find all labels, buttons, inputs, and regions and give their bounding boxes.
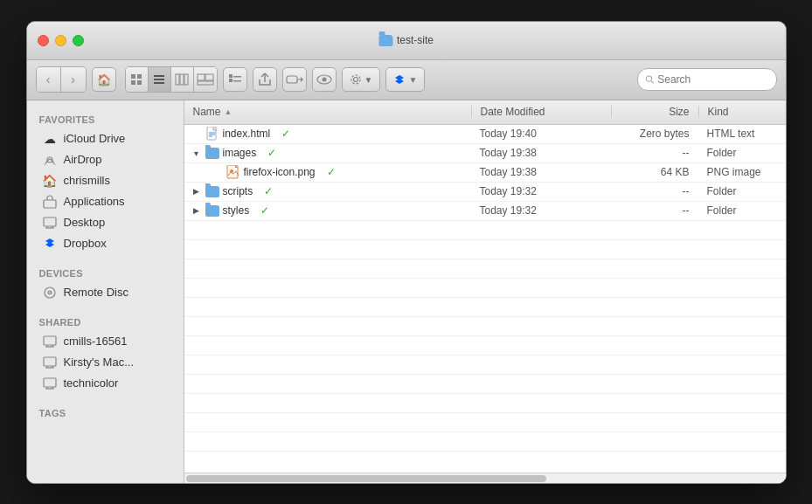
file-name: styles xyxy=(223,204,250,217)
chrismills-icon: 🏠 xyxy=(43,174,57,188)
file-size: 64 KB xyxy=(611,166,698,178)
svg-rect-2 xyxy=(131,80,135,85)
file-name-cell: index.html ✓ xyxy=(184,128,471,140)
maximize-button[interactable] xyxy=(73,35,84,46)
png-file-icon xyxy=(226,166,240,178)
folder-icon xyxy=(205,185,219,197)
sidebar-item-remote-disc[interactable]: Remote Disc xyxy=(31,282,180,303)
sidebar-item-kirstys-mac[interactable]: Kirsty's Mac... xyxy=(31,352,180,373)
empty-row xyxy=(184,240,786,259)
folder-icon xyxy=(205,147,219,159)
svg-rect-13 xyxy=(229,74,232,78)
svg-point-20 xyxy=(322,78,326,82)
column-view-button[interactable] xyxy=(171,67,194,92)
file-list: index.html ✓ Today 19:40 Zero bytes HTML… xyxy=(184,125,786,473)
sidebar-item-applications[interactable]: Applications xyxy=(31,191,180,212)
dropbox-label: Dropbox xyxy=(64,237,107,250)
folder-title-icon xyxy=(378,35,392,46)
applications-label: Applications xyxy=(64,195,125,208)
svg-rect-9 xyxy=(184,74,188,85)
kind-column-header[interactable]: Kind xyxy=(698,106,786,118)
status-icon: ✓ xyxy=(256,204,274,217)
empty-row xyxy=(184,259,786,279)
disclosure-triangle[interactable]: ▶ xyxy=(191,186,202,197)
sidebar-item-dropbox[interactable]: Dropbox xyxy=(31,233,180,254)
svg-rect-12 xyxy=(198,81,213,85)
sidebar-item-cmills-16561[interactable]: cmills-16561 xyxy=(31,331,180,352)
file-kind: PNG image xyxy=(698,166,786,178)
forward-button[interactable]: › xyxy=(61,67,86,92)
cmills-label: cmills-16561 xyxy=(64,335,128,348)
shared-header: Shared xyxy=(27,310,184,331)
empty-row xyxy=(184,356,786,375)
airdrop-icon xyxy=(43,153,57,167)
table-row[interactable]: ▾ images ✓ Today 19:38 -- Folder xyxy=(184,144,786,163)
disclosure-triangle xyxy=(212,167,223,177)
arrange-button[interactable] xyxy=(223,67,247,92)
back-button[interactable]: ‹ xyxy=(37,67,61,92)
size-column-header[interactable]: Size xyxy=(611,106,698,118)
sort-indicator: ▲ xyxy=(225,107,232,116)
sidebar-item-chrismills[interactable]: 🏠 chrismills xyxy=(31,170,180,191)
list-view-button[interactable] xyxy=(149,67,171,92)
cmills-icon xyxy=(43,335,57,349)
technicolor-icon xyxy=(43,376,57,390)
svg-rect-3 xyxy=(137,80,142,85)
icloud-drive-label: iCloud Drive xyxy=(64,132,126,145)
eye-button[interactable] xyxy=(312,67,337,92)
table-row[interactable]: ▶ styles ✓ Today 19:32 -- Folder xyxy=(184,202,786,221)
file-date: Today 19:38 xyxy=(471,166,611,178)
minimize-button[interactable] xyxy=(55,35,66,46)
table-row[interactable]: firefox-icon.png ✓ Today 19:38 64 KB PNG… xyxy=(184,163,786,183)
cover-flow-view-button[interactable] xyxy=(194,67,217,92)
disclosure-triangle[interactable]: ▶ xyxy=(191,205,202,216)
applications-icon xyxy=(43,195,57,209)
file-name: images xyxy=(223,147,257,159)
file-kind: Folder xyxy=(698,147,786,159)
technicolor-label: technicolor xyxy=(64,376,119,390)
empty-row xyxy=(184,413,786,432)
disclosure-triangle[interactable]: ▾ xyxy=(191,148,202,158)
empty-row xyxy=(184,394,786,413)
table-row[interactable]: index.html ✓ Today 19:40 Zero bytes HTML… xyxy=(184,125,786,144)
favorites-header: Favorites xyxy=(27,107,184,128)
file-kind: HTML text xyxy=(698,128,786,140)
empty-row xyxy=(184,279,786,298)
traffic-lights xyxy=(38,35,84,46)
tag-button[interactable] xyxy=(282,67,307,92)
search-box[interactable] xyxy=(637,68,777,91)
body: Favorites ☁ iCloud Drive AirDrop 🏠 chris… xyxy=(27,100,786,483)
desktop-label: Desktop xyxy=(64,216,106,229)
kirstys-mac-label: Kirsty's Mac... xyxy=(64,356,135,369)
table-row[interactable]: ▶ scripts ✓ Today 19:32 -- Folder xyxy=(184,183,786,202)
svg-line-26 xyxy=(651,81,654,84)
icon-view-button[interactable] xyxy=(126,67,149,92)
svg-rect-17 xyxy=(287,76,297,83)
name-column-header[interactable]: Name ▲ xyxy=(184,106,471,118)
dropbox-sidebar-icon xyxy=(43,237,57,251)
svg-rect-0 xyxy=(131,74,135,79)
home-button[interactable]: 🏠 xyxy=(92,67,116,92)
action-button[interactable]: ▼ xyxy=(342,67,381,92)
file-size: -- xyxy=(611,204,698,217)
kirstys-mac-icon xyxy=(43,356,57,369)
dropbox-button[interactable]: ▼ xyxy=(385,67,425,92)
date-column-header[interactable]: Date Modified xyxy=(471,106,611,118)
scrollbar-thumb[interactable] xyxy=(186,475,547,482)
file-size: -- xyxy=(611,185,698,197)
close-button[interactable] xyxy=(38,35,49,46)
svg-rect-29 xyxy=(44,217,56,226)
share-button[interactable] xyxy=(253,67,277,92)
search-input[interactable] xyxy=(657,73,768,86)
sidebar-item-technicolor[interactable]: technicolor xyxy=(31,373,180,394)
svg-rect-1 xyxy=(137,74,142,79)
toolbar: ‹ › 🏠 xyxy=(27,60,786,100)
horizontal-scrollbar[interactable] xyxy=(184,473,786,483)
chrismills-label: chrismills xyxy=(64,174,110,187)
svg-rect-46 xyxy=(44,378,56,387)
empty-row xyxy=(184,298,786,317)
finder-window: test-site ‹ › 🏠 xyxy=(26,21,787,484)
sidebar-item-airdrop[interactable]: AirDrop xyxy=(31,149,180,170)
sidebar-item-icloud-drive[interactable]: ☁ iCloud Drive xyxy=(31,128,180,149)
sidebar-item-desktop[interactable]: Desktop xyxy=(31,212,180,233)
